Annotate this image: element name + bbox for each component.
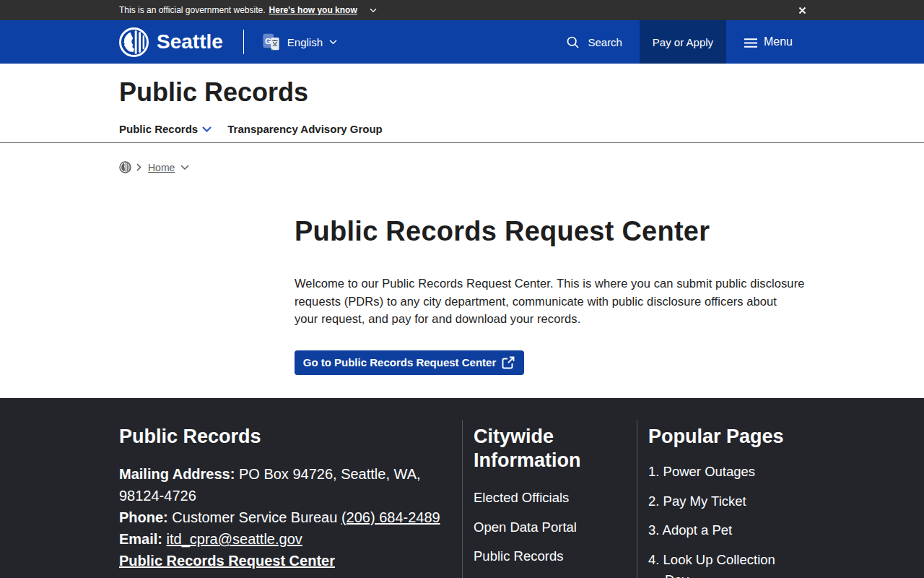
svg-text:G: G (265, 37, 271, 46)
